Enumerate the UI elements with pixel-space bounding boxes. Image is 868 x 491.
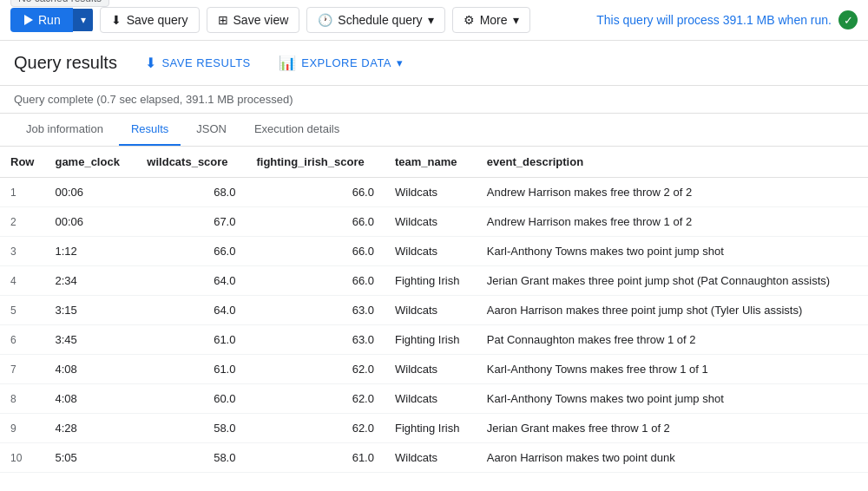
cell-8-0: 9 xyxy=(0,414,44,443)
cell-4-5: Aaron Harrison makes three point jump sh… xyxy=(477,296,868,325)
table-row: 105:0558.061.0WildcatsAaron Harrison mak… xyxy=(0,443,868,473)
cell-7-5: Karl-Anthony Towns makes two point jump … xyxy=(477,384,868,414)
save-results-button[interactable]: ⬇ SAVE RESULTS xyxy=(138,51,258,75)
schedule-dropdown-icon: ▾ xyxy=(428,13,434,27)
schedule-icon: 🕐 xyxy=(318,13,332,27)
cell-2-3: 66.0 xyxy=(246,237,385,266)
cell-6-4: Wildcats xyxy=(385,355,477,384)
table-row: 100:0668.066.0WildcatsAndrew Harrison ma… xyxy=(0,178,868,207)
tab-job-information[interactable]: Job information xyxy=(14,114,115,146)
status-bar: Query complete (0.7 sec elapsed, 391.1 M… xyxy=(0,86,868,114)
cell-0-5: Andrew Harrison makes free throw 2 of 2 xyxy=(477,178,868,207)
cell-3-4: Fighting Irish xyxy=(385,266,477,296)
more-button[interactable]: ⚙ More ▾ xyxy=(452,7,530,33)
schedule-query-button[interactable]: 🕐 Schedule query ▾ xyxy=(306,7,444,33)
cell-9-2: 58.0 xyxy=(136,443,246,473)
cell-5-2: 61.0 xyxy=(136,325,246,355)
cell-1-0: 2 xyxy=(0,207,44,237)
play-icon xyxy=(24,15,33,25)
cell-4-0: 5 xyxy=(0,296,44,325)
cell-6-0: 7 xyxy=(0,355,44,384)
run-button-group: Run ▾ xyxy=(10,8,93,32)
cell-5-4: Fighting Irish xyxy=(385,325,477,355)
cell-0-1: 00:06 xyxy=(44,178,136,207)
success-icon: ✓ xyxy=(838,10,858,29)
cell-6-5: Karl-Anthony Towns makes free throw 1 of… xyxy=(477,355,868,384)
cell-3-0: 4 xyxy=(0,266,44,296)
explore-dropdown-icon: ▾ xyxy=(397,56,404,69)
cell-5-5: Pat Connaughton makes free throw 1 of 2 xyxy=(477,325,868,355)
cell-6-2: 61.0 xyxy=(136,355,246,384)
cell-8-5: Jerian Grant makes free throw 1 of 2 xyxy=(477,414,868,443)
run-button[interactable]: Run xyxy=(10,8,73,32)
cell-1-4: Wildcats xyxy=(385,207,477,237)
results-table: Row game_clock wildcats_score fighting_i… xyxy=(0,147,868,473)
gear-icon: ⚙ xyxy=(464,13,475,27)
table-row: 42:3464.066.0Fighting IrishJerian Grant … xyxy=(0,266,868,296)
cell-2-1: 1:12 xyxy=(44,237,136,266)
query-info: This query will process 391.1 MB when ru… xyxy=(596,10,858,29)
no-cache-badge: No cached results xyxy=(10,0,109,7)
cell-9-0: 10 xyxy=(0,443,44,473)
results-actions: ⬇ SAVE RESULTS 📊 EXPLORE DATA ▾ xyxy=(138,51,411,75)
table-row: 63:4561.063.0Fighting IrishPat Connaught… xyxy=(0,325,868,355)
table-row: 74:0861.062.0WildcatsKarl-Anthony Towns … xyxy=(0,355,868,384)
explore-data-icon: 📊 xyxy=(279,55,297,71)
cell-8-4: Fighting Irish xyxy=(385,414,477,443)
cell-2-5: Karl-Anthony Towns makes two point jump … xyxy=(477,237,868,266)
cell-3-5: Jerian Grant makes three point jump shot… xyxy=(477,266,868,296)
tab-json[interactable]: JSON xyxy=(184,114,239,146)
save-results-icon: ⬇ xyxy=(145,55,157,71)
col-header-game-clock: game_clock xyxy=(44,147,136,178)
cell-7-4: Wildcats xyxy=(385,384,477,414)
cell-0-4: Wildcats xyxy=(385,178,477,207)
cell-3-3: 66.0 xyxy=(246,266,385,296)
cell-2-4: Wildcats xyxy=(385,237,477,266)
cell-1-3: 66.0 xyxy=(246,207,385,237)
table-row: 31:1266.066.0WildcatsKarl-Anthony Towns … xyxy=(0,237,868,266)
cell-0-2: 68.0 xyxy=(136,178,246,207)
cell-8-1: 4:28 xyxy=(44,414,136,443)
cell-5-3: 63.0 xyxy=(246,325,385,355)
table-row: 200:0667.066.0WildcatsAndrew Harrison ma… xyxy=(0,207,868,237)
save-query-button[interactable]: ⬇ Save query xyxy=(100,7,200,33)
cell-6-3: 62.0 xyxy=(246,355,385,384)
cell-9-4: Wildcats xyxy=(385,443,477,473)
cell-9-3: 61.0 xyxy=(246,443,385,473)
more-dropdown-icon: ▾ xyxy=(513,13,519,27)
col-header-event-description: event_description xyxy=(477,147,868,178)
cell-7-1: 4:08 xyxy=(44,384,136,414)
cell-7-0: 8 xyxy=(0,384,44,414)
save-query-icon: ⬇ xyxy=(111,13,122,27)
cell-0-0: 1 xyxy=(0,178,44,207)
results-table-container: Row game_clock wildcats_score fighting_i… xyxy=(0,147,868,473)
col-header-wildcats-score: wildcats_score xyxy=(136,147,246,178)
toolbar: No cached results Run ▾ ⬇ Save query ⊞ S… xyxy=(0,0,868,41)
save-view-button[interactable]: ⊞ Save view xyxy=(207,7,300,33)
col-header-fighting-irish-score: fighting_irish_score xyxy=(246,147,385,178)
cell-1-5: Andrew Harrison makes free throw 1 of 2 xyxy=(477,207,868,237)
cell-2-0: 3 xyxy=(0,237,44,266)
page-title: Query results xyxy=(14,53,117,73)
cell-0-3: 66.0 xyxy=(246,178,385,207)
cell-2-2: 66.0 xyxy=(136,237,246,266)
tab-execution-details[interactable]: Execution details xyxy=(242,114,352,146)
cell-7-2: 60.0 xyxy=(136,384,246,414)
cell-7-3: 62.0 xyxy=(246,384,385,414)
results-header: Query results ⬇ SAVE RESULTS 📊 EXPLORE D… xyxy=(0,41,868,86)
cell-4-4: Wildcats xyxy=(385,296,477,325)
cell-6-1: 4:08 xyxy=(44,355,136,384)
table-row: 84:0860.062.0WildcatsKarl-Anthony Towns … xyxy=(0,384,868,414)
cell-4-3: 63.0 xyxy=(246,296,385,325)
cell-3-1: 2:34 xyxy=(44,266,136,296)
cell-4-1: 3:15 xyxy=(44,296,136,325)
cell-1-2: 67.0 xyxy=(136,207,246,237)
table-header-row: Row game_clock wildcats_score fighting_i… xyxy=(0,147,868,178)
tabs: Job information Results JSON Execution d… xyxy=(0,114,868,147)
run-dropdown-button[interactable]: ▾ xyxy=(73,9,93,31)
table-row: 53:1564.063.0WildcatsAaron Harrison make… xyxy=(0,296,868,325)
col-header-team-name: team_name xyxy=(385,147,477,178)
explore-data-button[interactable]: 📊 EXPLORE DATA ▾ xyxy=(272,51,411,75)
cell-9-1: 5:05 xyxy=(44,443,136,473)
tab-results[interactable]: Results xyxy=(119,114,181,146)
